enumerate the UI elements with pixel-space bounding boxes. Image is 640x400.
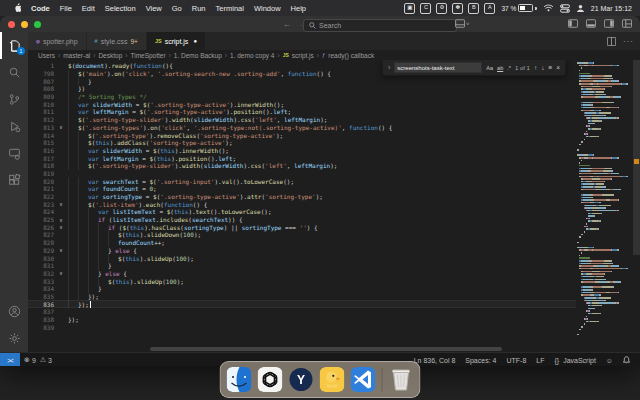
code-line-821[interactable]: 821var foundCount = 0; [28,185,576,193]
menubar-item-selection[interactable]: Selection [100,4,141,13]
dock-item-vscode[interactable] [351,367,376,392]
code-line-814[interactable]: 814$('.sorting-type').removeClass('sorti… [28,131,576,139]
code-line-809[interactable]: 809/* Sorting Types */ [28,93,576,101]
dock-item-yandex-browser[interactable]: Y [289,367,314,392]
control-center-icon[interactable] [560,4,570,13]
explorer-icon[interactable]: 1 [0,32,28,59]
code-line-838[interactable]: 838}); [28,316,576,324]
find-previous-icon[interactable]: ↑ [534,64,537,71]
code-line-824[interactable]: 824var listItemText = $(this).text().toL… [28,208,576,216]
fold-chevron-icon[interactable]: ∨ [54,124,68,130]
code-line-835[interactable]: 835}); [28,293,576,301]
remote-explorer-icon[interactable] [0,140,28,167]
code-line-833[interactable]: 833$(this).slideUp(100); [28,277,576,285]
code-line-827[interactable]: 827$(this).slideDown(100); [28,231,576,239]
code-line-807[interactable]: 807} [28,77,576,85]
tab-spotter-php[interactable]: φspotter.php [28,32,87,50]
code-line-811[interactable]: 811var leftMargin = $('.sorting-type-act… [28,108,576,116]
dock-item-cyberduck[interactable] [320,367,345,392]
code-line-810[interactable]: 810var sliderWidth = $('.sorting-type-ac… [28,100,576,108]
toggle-secondary-sidebar-icon[interactable] [604,19,614,28]
find-in-selection-icon[interactable]: ≡ [548,64,552,71]
wifi-icon[interactable] [543,4,554,12]
dock-item-finder[interactable] [227,367,252,392]
customize-layout-icon[interactable] [622,19,632,28]
code-line-819[interactable]: 819 [28,170,576,178]
whole-word-icon[interactable]: ab [497,65,503,71]
menubar-status-icon-2[interactable]: ⚙ [436,3,447,14]
close-find-icon[interactable]: × [556,64,560,71]
code-line-836[interactable]: 836}); [28,300,576,308]
menubar-status-icon-0[interactable]: ▣ [404,3,415,14]
dock-item-trash[interactable] [389,367,414,392]
breadcrumb-item[interactable]: Users [38,52,55,59]
find-toggle-replace-icon[interactable]: › [388,64,390,71]
code-line-808[interactable]: 808}) [28,85,576,93]
user-icon[interactable] [576,4,585,13]
tab-script-js[interactable]: JSscript.js● [147,32,206,50]
toggle-panel-icon[interactable] [586,19,596,28]
breadcrumb-item[interactable]: 1. demo copy 4 [230,52,274,59]
menubar-item-edit[interactable]: Edit [77,4,100,13]
code-line-829[interactable]: 829∨} else { [28,247,576,255]
more-actions-icon[interactable]: ··· [623,37,634,46]
vertical-scrollbar[interactable] [633,60,640,352]
battery-indicator[interactable]: 37 % [501,4,536,12]
remote-indicator[interactable]: >< [0,353,20,366]
problems-indicator[interactable]: ⊗9 ⚠3 [20,356,56,364]
menubar-status-icon-1[interactable]: C [420,3,431,14]
extensions-icon[interactable] [0,167,28,194]
menubar-status-icon-3[interactable]: ✽ [452,3,463,14]
breadcrumb-symbol[interactable]: ready() callback [328,52,374,59]
menubar-item-file[interactable]: File [55,4,77,13]
notifications-bell-icon[interactable] [619,356,634,364]
menubar-item-view[interactable]: View [141,4,167,13]
code-line-832[interactable]: 832∨} else { [28,270,576,278]
titlebar[interactable]: ← → Search ˅ [0,16,640,32]
code-line-815[interactable]: 815$(this).addClass('sorting-type-active… [28,139,576,147]
dock-item-chatgpt[interactable] [258,367,283,392]
code-line-813[interactable]: 813∨$('.sorting-types').on('click', '.so… [28,124,576,132]
command-center-search[interactable]: Search [303,19,457,32]
indentation-setting[interactable]: Spaces: 4 [461,357,500,364]
code-line-825[interactable]: 825∨if (listItemText.includes(searchText… [28,216,576,224]
code-line-831[interactable]: 831} [28,262,576,270]
match-case-icon[interactable]: Aa [486,65,493,71]
breadcrumb-item[interactable]: TimeSpotter [130,52,165,59]
code-line-837[interactable]: 837 [28,308,576,316]
code-line-818[interactable]: 818$('.sorting-type-slider').width(slide… [28,162,576,170]
apple-menu[interactable] [8,3,26,13]
menubar-item-help[interactable]: Help [286,4,311,13]
breadcrumb-item[interactable]: 1. Demo Backup [174,52,222,59]
horizontal-scrollbar[interactable] [150,347,502,351]
menubar-clock[interactable]: 21 Mar 15:12 [591,5,632,12]
fold-chevron-icon[interactable]: ∨ [54,247,68,253]
source-control-icon[interactable] [0,86,28,113]
code-line-823[interactable]: 823∨$('.list-item').each(function() { [28,200,576,208]
account-icon[interactable] [0,298,28,325]
breadcrumb-item[interactable]: Desktop [98,52,122,59]
breadcrumb-item[interactable]: master-al [63,52,90,59]
search-icon[interactable] [0,59,28,86]
fold-chevron-icon[interactable]: ∨ [54,224,68,230]
menubar-item-terminal[interactable]: Terminal [211,4,249,13]
code-line-812[interactable]: 812$('.sorting-type-slider').width(slide… [28,116,576,124]
minimap[interactable] [576,62,633,352]
code-line-830[interactable]: 830$(this).slideUp(100); [28,254,576,262]
back-button[interactable]: ← [283,20,291,29]
scrollbar-thumb[interactable] [633,60,640,255]
fold-chevron-icon[interactable]: ∨ [54,270,68,276]
menubar-status-icon-5[interactable]: A [484,3,495,14]
find-input[interactable] [394,62,482,73]
code-line-839[interactable]: 839 [28,323,576,331]
menubar-item-go[interactable]: Go [167,4,187,13]
close-button[interactable] [8,21,15,28]
split-editor-icon[interactable] [607,37,616,46]
menubar-item-run[interactable]: Run [187,4,211,13]
code-line-817[interactable]: 817var leftMargin = $(this).position().l… [28,154,576,162]
code-line-820[interactable]: 820var searchText = $('.sorting-input').… [28,177,576,185]
minimize-button[interactable] [21,21,28,28]
tab-style-css[interactable]: #style.css9+ [87,32,147,50]
code-editor[interactable]: 1$(document).ready(function(){798$('main… [28,60,640,352]
menubar-item-window[interactable]: Window [249,4,286,13]
